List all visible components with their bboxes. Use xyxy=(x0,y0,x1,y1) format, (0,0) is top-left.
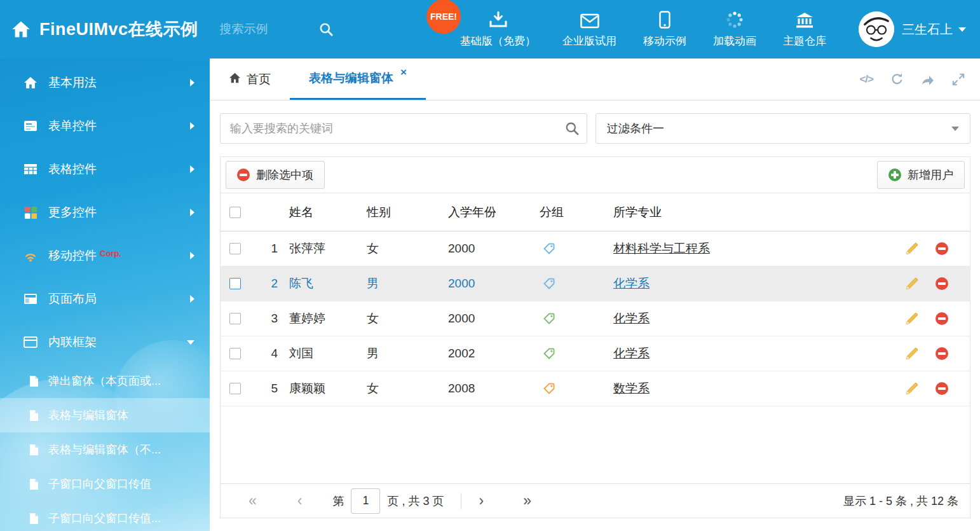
sidebar-item-grid-controls[interactable]: 表格控件 xyxy=(0,148,210,191)
table-row[interactable]: 4 刘国 男 2002 化学系 xyxy=(221,336,970,371)
sidebar-item-more-controls[interactable]: 更多控件 xyxy=(0,191,210,234)
subitem-grid-edit-window-2[interactable]: 表格与编辑窗体（不... xyxy=(0,432,210,467)
chevron-down-icon xyxy=(951,127,959,131)
sidebar-item-label: 内联框架 xyxy=(48,334,97,350)
close-icon[interactable]: × xyxy=(400,66,407,79)
select-all-checkbox[interactable] xyxy=(229,207,241,218)
row-checkbox[interactable] xyxy=(229,383,241,394)
keyword-search-input[interactable] xyxy=(220,113,587,144)
column-header-year[interactable]: 入学年份 xyxy=(448,204,540,221)
table-row[interactable]: 1 张萍萍 女 2000 材料科学与工程系 xyxy=(221,231,970,266)
cell-year: 2008 xyxy=(448,382,540,396)
home-logo-icon[interactable] xyxy=(11,20,31,38)
layout-icon xyxy=(23,291,38,307)
column-header-gender[interactable]: 性别 xyxy=(367,204,448,221)
tag-icon[interactable] xyxy=(543,278,555,289)
app-window: FineUIMvc在线示例 FREE! 基础版（免费） 企业版试用 xyxy=(0,0,980,531)
cell-gender: 女 xyxy=(367,310,448,327)
search-icon[interactable] xyxy=(319,22,333,36)
open-in-new-icon[interactable] xyxy=(921,73,935,86)
add-user-button[interactable]: 新增用户 xyxy=(877,161,965,189)
row-checkbox[interactable] xyxy=(229,313,241,324)
delete-icon[interactable] xyxy=(936,277,948,290)
sidebar-item-iframe[interactable]: 内联框架 xyxy=(0,321,210,364)
source-code-icon[interactable]: </> xyxy=(859,73,873,86)
delete-icon[interactable] xyxy=(936,347,948,360)
sidebar-item-page-layout[interactable]: 页面布局 xyxy=(0,277,210,321)
user-menu[interactable]: 三生石上 xyxy=(859,11,966,47)
subitem-label: 表格与编辑窗体（不... xyxy=(48,442,161,457)
cell-gender: 男 xyxy=(367,275,448,292)
sidebar-item-mobile-controls[interactable]: 移动控件 Corp. xyxy=(0,234,210,277)
chevron-right-icon xyxy=(190,209,194,216)
tag-icon[interactable] xyxy=(543,383,555,394)
nav-theme-store[interactable]: 主题仓库 xyxy=(770,11,840,48)
subitem-child-to-parent-2[interactable]: 子窗口向父窗口传值... xyxy=(0,501,210,531)
edit-icon[interactable] xyxy=(905,382,919,396)
major-link[interactable]: 材料科学与工程系 xyxy=(613,242,710,255)
tab-home[interactable]: 首页 xyxy=(210,59,290,100)
subitem-popup-window[interactable]: 弹出窗体（本页面或... xyxy=(0,364,210,398)
tag-icon[interactable] xyxy=(543,313,555,324)
column-header-name[interactable]: 姓名 xyxy=(289,204,367,221)
delete-selected-button[interactable]: 删除选中项 xyxy=(226,161,325,189)
chevron-right-icon xyxy=(190,165,194,173)
delete-icon[interactable] xyxy=(936,382,948,395)
prev-page-button[interactable]: ‹ xyxy=(297,493,303,508)
table-row[interactable]: 3 董婷婷 女 2000 化学系 xyxy=(221,301,970,336)
edit-icon[interactable] xyxy=(905,312,919,326)
first-page-button[interactable]: « xyxy=(248,493,257,508)
edit-icon[interactable] xyxy=(905,277,919,291)
home-icon xyxy=(23,75,38,90)
cell-name: 康颖颖 xyxy=(289,380,367,397)
column-header-group[interactable]: 分组 xyxy=(540,204,613,221)
document-icon xyxy=(29,478,39,490)
last-page-button[interactable]: » xyxy=(523,493,531,508)
cell-year: 2000 xyxy=(448,312,540,326)
tab-grid-edit-window[interactable]: 表格与编辑窗体 × xyxy=(290,59,426,100)
header-search-input[interactable] xyxy=(220,22,315,36)
major-link[interactable]: 化学系 xyxy=(613,312,650,325)
page-number-input[interactable] xyxy=(351,488,380,514)
major-link[interactable]: 数学系 xyxy=(613,382,650,395)
sidebar-menu: 基本用法 表单控件 表格控件 更多 xyxy=(0,59,210,531)
sidebar-item-basic-usage[interactable]: 基本用法 xyxy=(0,61,210,104)
major-link[interactable]: 化学系 xyxy=(613,347,650,360)
refresh-icon[interactable] xyxy=(890,72,904,86)
tag-icon[interactable] xyxy=(543,348,555,359)
subitem-child-to-parent[interactable]: 子窗口向父窗口传值 xyxy=(0,467,210,501)
tag-icon[interactable] xyxy=(543,243,555,254)
sidebar-item-label: 页面布局 xyxy=(48,291,97,307)
next-page-button[interactable]: › xyxy=(479,493,484,508)
blocks-icon xyxy=(23,205,38,220)
row-checkbox[interactable] xyxy=(229,278,241,289)
table-row[interactable]: 5 康颖颖 女 2008 数学系 xyxy=(221,371,970,406)
major-link[interactable]: 化学系 xyxy=(613,277,650,290)
user-name: 三生石上 xyxy=(902,21,966,38)
nav-loading-animation[interactable]: 加载动画 xyxy=(700,11,770,48)
filter-dropdown[interactable]: 过滤条件一 xyxy=(595,113,970,144)
delete-icon[interactable] xyxy=(936,242,948,255)
edit-icon[interactable] xyxy=(905,242,919,256)
row-checkbox[interactable] xyxy=(229,348,241,359)
home-icon xyxy=(229,72,241,86)
delete-icon[interactable] xyxy=(936,312,948,325)
column-header-major[interactable]: 所学专业 xyxy=(613,204,899,221)
subitem-grid-edit-window[interactable]: 表格与编辑窗体 xyxy=(0,398,210,432)
search-icon[interactable] xyxy=(565,121,579,135)
sidebar-item-form-controls[interactable]: 表单控件 xyxy=(0,104,210,148)
frame-icon xyxy=(23,334,38,350)
edit-icon[interactable] xyxy=(905,347,919,361)
signal-icon xyxy=(23,248,38,263)
filter-row: 过滤条件一 xyxy=(220,113,970,144)
fullscreen-icon[interactable] xyxy=(952,73,965,86)
sidebar-item-label: 更多控件 xyxy=(48,204,97,221)
row-checkbox[interactable] xyxy=(229,243,241,254)
table-row[interactable]: 2 陈飞 男 2000 化学系 xyxy=(221,266,970,301)
chevron-right-icon xyxy=(190,122,194,130)
cell-year: 2000 xyxy=(448,277,540,291)
minus-circle-icon xyxy=(237,169,250,181)
nav-mobile-demo[interactable]: 移动示例 xyxy=(630,11,700,48)
nav-enterprise-trial[interactable]: 企业版试用 xyxy=(549,11,630,48)
nav-basic-free[interactable]: FREE! 基础版（免费） xyxy=(447,11,549,48)
